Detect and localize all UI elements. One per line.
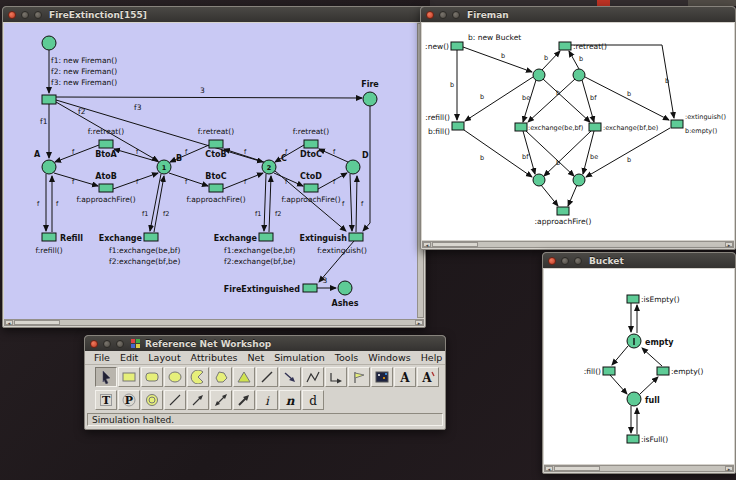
tool-polygon-icon[interactable]	[210, 367, 232, 387]
tool-inscription-icon[interactable]: i	[256, 390, 278, 410]
tool-image-icon[interactable]	[371, 367, 393, 387]
transition-CtoB[interactable]	[209, 140, 223, 148]
tool-pie-icon[interactable]	[187, 367, 209, 387]
window-title: Fireman	[467, 10, 509, 20]
transition-DtoC[interactable]	[304, 140, 318, 148]
transition-AtoB[interactable]	[99, 184, 113, 192]
horizontal-scrollbar[interactable]: ◂ ▸	[544, 465, 734, 472]
place-lower-left[interactable]	[533, 174, 545, 186]
maximize-button[interactable]	[574, 257, 582, 265]
scroll-thumb[interactable]	[14, 320, 60, 325]
titlebar-bucket[interactable]: Bucket	[543, 253, 735, 268]
tool-ellipse-icon[interactable]	[164, 367, 186, 387]
menu-item-help[interactable]: Help	[416, 352, 448, 363]
transition-CtoD[interactable]	[304, 184, 318, 192]
close-button[interactable]	[8, 11, 16, 19]
scroll-left-icon[interactable]: ◂	[5, 320, 13, 325]
place-D[interactable]	[346, 160, 360, 174]
scroll-thumb[interactable]	[432, 242, 478, 247]
maximize-button[interactable]	[452, 11, 460, 19]
minimize-button[interactable]	[21, 11, 29, 19]
place-fire[interactable]	[363, 92, 377, 106]
tool-name-icon[interactable]: n	[279, 390, 301, 410]
scroll-left-icon[interactable]: ◂	[423, 242, 431, 247]
fire-net-canvas[interactable]: f1: new Fireman() f2: new Fireman() f3: …	[4, 23, 417, 320]
transition-name: FireExtinguished	[224, 285, 301, 294]
transition-is-empty[interactable]	[627, 295, 639, 303]
tool-declaration-icon[interactable]: d	[302, 390, 324, 410]
tool-transition-icon[interactable]: T	[95, 390, 117, 410]
transition-exchange-be-bf[interactable]	[515, 123, 527, 131]
transition-create-firemen[interactable]	[42, 95, 56, 104]
tool-place-icon[interactable]: P	[118, 390, 140, 410]
tool-connector-icon[interactable]	[325, 367, 347, 387]
scroll-right-icon[interactable]: ▸	[725, 466, 733, 471]
menu-item-windows[interactable]: Windows	[363, 352, 415, 363]
transition-exchange-2[interactable]	[259, 233, 273, 241]
menu-item-simulation[interactable]: Simulation	[269, 352, 330, 363]
menu-item-tools[interactable]: Tools	[330, 352, 363, 363]
titlebar-fireman[interactable]: Fireman	[421, 7, 735, 22]
transition-exchange-1[interactable]	[144, 233, 158, 241]
tool-double-arc-icon[interactable]	[210, 390, 232, 410]
place-lower-right[interactable]	[573, 174, 585, 186]
tool-virtual-place-icon[interactable]	[141, 390, 163, 410]
minimize-button[interactable]	[439, 11, 447, 19]
transition-fire-extinguished[interactable]	[303, 284, 317, 292]
tool-triangle-icon[interactable]	[233, 367, 255, 387]
transition-empty[interactable]	[657, 367, 669, 375]
close-button[interactable]	[426, 11, 434, 19]
scroll-thumb[interactable]	[554, 466, 600, 471]
transition-fill[interactable]	[603, 367, 615, 375]
menu-item-attributes[interactable]: Attributes	[186, 352, 243, 363]
transition-extinguish[interactable]	[349, 233, 363, 241]
tool-line-icon[interactable]	[256, 367, 278, 387]
tool-polyline-icon[interactable]	[302, 367, 324, 387]
tool-bold-arc-icon[interactable]	[233, 390, 255, 410]
titlebar-workshop[interactable]: Reference Net Workshop	[85, 336, 445, 351]
transition-refill[interactable]	[452, 122, 464, 130]
transition-BtoA[interactable]	[99, 140, 113, 148]
minimize-button[interactable]	[103, 340, 111, 348]
horizontal-scrollbar[interactable]: ◂ ▸	[422, 241, 734, 248]
bucket-net-canvas[interactable]: :isEmpty() empty :fill() :empty() full :…	[544, 269, 734, 464]
menu-item-net[interactable]: Net	[243, 352, 270, 363]
close-button[interactable]	[548, 257, 556, 265]
horizontal-scrollbar[interactable]: ◂ ▸	[4, 319, 424, 326]
menu-item-layout[interactable]: Layout	[143, 352, 185, 363]
tool-rectangle-icon[interactable]	[118, 367, 140, 387]
scroll-right-icon[interactable]: ▸	[725, 242, 733, 247]
inscription: :exchange(bf,be)	[603, 124, 658, 132]
tool-text-icon[interactable]: A	[394, 367, 416, 387]
transition-BtoC[interactable]	[209, 184, 223, 192]
tool-arc-icon[interactable]	[164, 390, 186, 410]
window-workshop: Reference Net Workshop File Edit Layout …	[84, 335, 446, 430]
close-button[interactable]	[90, 340, 98, 348]
transition-is-full[interactable]	[627, 435, 639, 443]
transition-new[interactable]	[451, 42, 463, 50]
transition-retreat[interactable]	[559, 42, 571, 50]
scroll-left-icon[interactable]: ◂	[545, 466, 553, 471]
tool-flag-icon[interactable]	[348, 367, 370, 387]
titlebar-fire-extinction[interactable]: FireExtinction[155]	[3, 7, 425, 22]
minimize-button[interactable]	[561, 257, 569, 265]
tool-selection-icon[interactable]	[95, 367, 117, 387]
place-A[interactable]	[42, 160, 56, 174]
scroll-right-icon[interactable]: ▸	[415, 320, 423, 325]
tool-text-edit-icon[interactable]: A	[417, 367, 439, 387]
transition-extinguish[interactable]	[671, 120, 683, 128]
transition-refill[interactable]	[42, 233, 56, 241]
place-full[interactable]	[627, 392, 641, 406]
tool-arrow-icon[interactable]	[279, 367, 301, 387]
transition-exchange-bf-be[interactable]	[589, 123, 601, 131]
fireman-net-canvas[interactable]: :new() b: new Bucket :retreat() b b b b …	[422, 23, 734, 240]
place-start[interactable]	[42, 36, 56, 50]
transition-approach-fire[interactable]	[557, 207, 569, 215]
maximize-button[interactable]	[34, 11, 42, 19]
menu-item-edit[interactable]: Edit	[115, 352, 143, 363]
menu-item-file[interactable]: File	[89, 352, 115, 363]
tool-arc-arrow-icon[interactable]	[187, 390, 209, 410]
maximize-button[interactable]	[116, 340, 124, 348]
tool-rounded-rectangle-icon[interactable]	[141, 367, 163, 387]
place-ashes[interactable]	[338, 281, 352, 295]
